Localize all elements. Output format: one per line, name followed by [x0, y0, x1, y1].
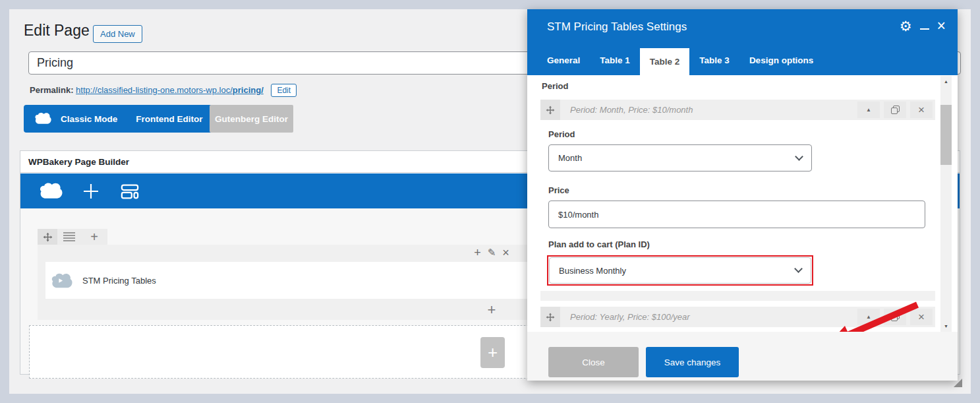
period-select[interactable]: Month: [548, 144, 812, 171]
duplicate-icon[interactable]: [884, 309, 906, 325]
scroll-up-icon[interactable]: ▲: [940, 76, 952, 87]
stm-element-cloud-icon: [51, 272, 72, 290]
resize-handle[interactable]: [954, 379, 962, 387]
row-add-icon[interactable]: +: [81, 229, 107, 245]
modal-footer: Close Save changes: [527, 332, 958, 381]
add-new-button[interactable]: Add New: [93, 25, 142, 43]
group-summary: Period: Yearly, Price: $100/year: [570, 312, 690, 322]
add-element-button[interactable]: +: [480, 337, 505, 368]
collapse-icon[interactable]: ▲: [857, 102, 880, 118]
page-title: Edit Page: [24, 22, 90, 40]
param-group-bar: Period: Month, Price: $10/month ▲ ×: [540, 100, 935, 120]
scrollbar-thumb[interactable]: [940, 105, 952, 165]
remove-group-icon[interactable]: ×: [910, 309, 933, 325]
modal-header-icons: ⚙ ×: [900, 18, 946, 33]
frontend-editor-button[interactable]: Frontend Editor: [127, 114, 212, 124]
chevron-down-icon: [794, 264, 803, 273]
permalink: Permalink: http://classified-listing-one…: [30, 84, 297, 97]
row-drag-icon[interactable]: [38, 229, 57, 245]
classic-mode-button[interactable]: Classic Mode: [51, 114, 127, 124]
tab-design-options[interactable]: Design options: [739, 45, 824, 75]
duplicate-icon[interactable]: [884, 102, 906, 118]
remove-group-icon[interactable]: ×: [910, 102, 933, 118]
modal-tabs: General Table 1 Table 2 Table 3 Design o…: [537, 45, 958, 75]
tab-table-1[interactable]: Table 1: [590, 45, 640, 75]
editor-mode-switcher: Classic Mode Frontend Editor: [24, 105, 216, 133]
permalink-edit-button[interactable]: Edit: [271, 84, 297, 97]
row-layout-icon[interactable]: [57, 229, 81, 245]
modal-scrollbar[interactable]: ▲ ▼: [940, 76, 952, 332]
modal-body: Period Period: Month, Price: $10/month ▲…: [527, 75, 958, 332]
permalink-label: Permalink:: [30, 85, 73, 95]
group-bottom-strip: [540, 291, 935, 301]
minimize-icon[interactable]: [920, 22, 929, 30]
add-element-icon[interactable]: [81, 181, 101, 201]
modal-close-icon[interactable]: ×: [937, 18, 946, 33]
row-edit-icon[interactable]: ✎: [488, 247, 496, 258]
metabox-title: WPBakery Page Builder: [28, 157, 129, 167]
group-summary: Period: Month, Price: $10/month: [570, 105, 693, 115]
scroll-down-icon[interactable]: ▼: [940, 321, 952, 332]
wp-admin-content: Edit Page Add New Permalink: http://clas…: [9, 9, 971, 394]
modal-title: STM Pricing Tables Settings: [547, 20, 687, 34]
param-group-bar: Period: Yearly, Price: $100/year ▲ ×: [540, 307, 935, 327]
annotation-highlight-box: Business Monthly: [547, 255, 813, 286]
drag-handle-icon[interactable]: [540, 100, 560, 120]
modal-header[interactable]: STM Pricing Tables Settings ⚙ × General …: [527, 9, 958, 75]
row-add-element-icon[interactable]: +: [474, 247, 481, 258]
row-control-tabs: +: [38, 229, 107, 245]
plan-field-label: Plan add to cart (Plan ID): [548, 239, 650, 249]
element-label: STM Pricing Tables: [82, 276, 156, 286]
wpbakery-logo-icon: [34, 112, 51, 125]
tab-table-3[interactable]: Table 3: [689, 45, 739, 75]
tab-general[interactable]: General: [537, 45, 590, 75]
gutenberg-editor-button[interactable]: Gutenberg Editor: [210, 105, 293, 133]
permalink-link[interactable]: http://classified-listing-one.motors-wp.…: [76, 85, 264, 95]
price-input[interactable]: [548, 201, 925, 228]
price-field-label: Price: [548, 185, 569, 195]
stm-pricing-settings-modal: STM Pricing Tables Settings ⚙ × General …: [527, 9, 958, 381]
templates-icon[interactable]: [119, 182, 140, 201]
chevron-down-icon: [795, 152, 803, 161]
save-changes-button[interactable]: Save changes: [646, 347, 739, 377]
close-button[interactable]: Close: [548, 347, 639, 377]
plan-select-value: Business Monthly: [559, 266, 626, 276]
collapse-icon[interactable]: ▲: [857, 309, 880, 325]
wpbakery-logo-icon: [39, 182, 63, 201]
settings-gear-icon[interactable]: ⚙: [900, 19, 912, 33]
period-select-value: Month: [558, 153, 582, 163]
section-label: Period: [542, 81, 568, 91]
row-delete-icon[interactable]: ×: [502, 247, 509, 258]
drag-handle-icon[interactable]: [540, 307, 560, 327]
tab-table-2[interactable]: Table 2: [640, 48, 690, 75]
plan-select[interactable]: Business Monthly: [549, 257, 811, 284]
screenshot-frame: Edit Page Add New Permalink: http://clas…: [0, 0, 980, 403]
period-field-label: Period: [548, 129, 575, 139]
